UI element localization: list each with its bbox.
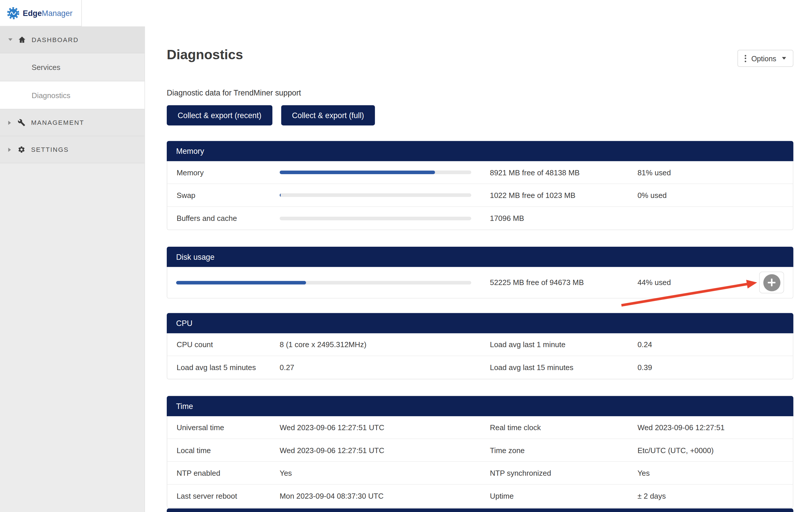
sidebar-item-management[interactable]: MANAGEMENT [0,109,144,136]
collect-export-recent-button[interactable]: Collect & export (recent) [167,105,272,126]
row-label: Uptime [490,492,637,501]
row-label: Load avg last 15 minutes [490,363,637,372]
edgemanager-app: EdgeManager DASHBOARD Services Diagnosti… [0,0,812,512]
gear-wave-logo-icon [7,6,20,20]
progress-fill [280,171,435,174]
home-icon [18,36,26,44]
sidebar-item-diagnostics[interactable]: Diagnostics [0,81,144,109]
sidebar-item-label: Services [32,63,60,72]
row-value: Yes [637,469,793,477]
row-value: 8 (1 core x 2495.312MHz) [280,340,490,349]
row-label: Memory [167,168,280,177]
row-value: Wed 2023-09-06 12:27:51 [637,423,793,432]
row-value: 0.39 [637,363,793,372]
brand-name: EdgeManager [23,8,72,17]
row-label: Swap [167,191,280,199]
disk-usage-panel: Disk usage 52225 MB free of 94673 MB 44%… [167,247,793,299]
row-label: Local time [167,446,280,455]
main-content: Diagnostics Options Diagnostic data for … [145,0,812,512]
cpu-panel: CPU CPU count 8 (1 core x 2495.312MHz) L… [167,314,793,379]
plus-icon [763,274,780,291]
table-row: 52225 MB free of 94673 MB 44% used [167,267,793,298]
row-label: Real time clock [490,423,637,432]
vertical-dots-icon [745,55,746,62]
page-title: Diagnostics [167,47,243,63]
chevron-right-icon [8,120,11,125]
row-value: 0.27 [280,363,490,372]
row-label: CPU count [167,340,280,349]
used-value: 44% used [637,278,741,287]
memory-progressbar [280,171,471,174]
sidebar-item-dashboard[interactable]: DASHBOARD [0,26,144,53]
sidebar-item-label: SETTINGS [31,146,69,153]
row-label: NTP synchronized [490,469,637,477]
chevron-right-icon [8,147,11,152]
row-value: 0.24 [637,340,793,349]
memory-panel: Memory Memory 8921 MB free of 48138 MB 8… [167,142,793,230]
table-row: Buffers and cache 17096 MB [167,207,793,230]
sidebar-item-settings[interactable]: SETTINGS [0,136,144,163]
table-row: Memory 8921 MB free of 48138 MB 81% used [167,161,793,184]
used-value: 0% used [637,191,793,199]
buffers-progressbar [280,217,471,220]
expand-disk-button[interactable] [759,272,784,293]
row-label: Time zone [490,446,637,455]
sidebar-item-label: DASHBOARD [32,36,79,43]
row-label: NTP enabled [167,469,280,477]
row-label: Load avg last 5 minutes [167,363,280,372]
disk-progressbar [176,281,471,285]
row-value: Wed 2023-09-06 12:27:51 UTC [280,446,490,455]
swap-progressbar [280,193,471,197]
table-row: Local time Wed 2023-09-06 12:27:51 UTC T… [167,439,793,462]
row-label: Load avg last 1 minute [490,340,637,349]
progress-fill [280,193,281,197]
cpu-panel-header: CPU [167,313,793,333]
row-label: Universal time [167,423,280,432]
row-value: ± 2 days [637,492,793,501]
table-row: NTP enabled Yes NTP synchronized Yes [167,462,793,485]
intro-text: Diagnostic data for TrendMiner support [167,88,301,97]
caret-down-icon [782,57,786,59]
table-row: Last server reboot Mon 2023-09-04 08:37:… [167,485,793,508]
table-row: Universal time Wed 2023-09-06 12:27:51 U… [167,416,793,439]
row-value: Etc/UTC (UTC, +0000) [637,446,793,455]
wrench-icon [18,119,26,127]
sidebar-item-label: MANAGEMENT [31,119,84,126]
gear-icon [18,146,26,154]
brand-name-secondary: Manager [42,8,72,17]
row-label: Buffers and cache [167,214,280,223]
progress-fill [176,281,306,285]
row-label: Last server reboot [167,492,280,501]
brand-name-primary: Edge [23,8,42,17]
table-row: Load avg last 5 minutes 0.27 Load avg la… [167,356,793,379]
table-row: Swap 1022 MB free of 1023 MB 0% used [167,184,793,207]
options-button-label: Options [751,54,776,63]
disk-panel-header: Disk usage [167,247,793,267]
memory-panel-header: Memory [167,141,793,161]
used-value: 81% used [637,168,793,177]
next-panel-header-peek [167,509,793,512]
row-value: Yes [280,469,490,477]
free-value: 1022 MB free of 1023 MB [490,191,637,199]
row-value: Mon 2023-09-04 08:37:30 UTC [280,492,490,501]
row-value: Wed 2023-09-06 12:27:51 UTC [280,423,490,432]
app-logo[interactable]: EdgeManager [0,0,82,26]
table-row: CPU count 8 (1 core x 2495.312MHz) Load … [167,333,793,356]
export-actions: Collect & export (recent) Collect & expo… [167,105,375,126]
collect-export-full-button[interactable]: Collect & export (full) [281,105,375,126]
sidebar: DASHBOARD Services Diagnostics MANAGEMEN… [0,26,145,512]
time-panel-header: Time [167,396,793,416]
chevron-down-icon [8,38,12,41]
time-panel: Time Universal time Wed 2023-09-06 12:27… [167,397,793,508]
free-value: 17096 MB [490,214,637,223]
sidebar-item-label: Diagnostics [32,91,70,99]
sidebar-item-services[interactable]: Services [0,53,144,81]
free-value: 8921 MB free of 48138 MB [490,168,637,177]
free-value: 52225 MB free of 94673 MB [490,278,637,287]
options-button[interactable]: Options [737,50,793,67]
